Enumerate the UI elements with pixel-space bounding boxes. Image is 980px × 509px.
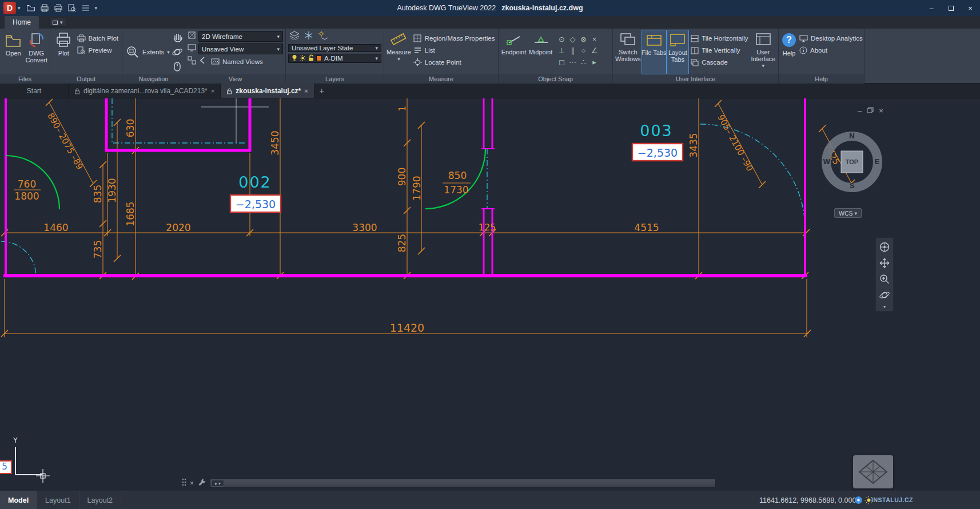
tab-home[interactable]: Home xyxy=(5,16,39,29)
user-interface-button[interactable]: User Interface ▾ xyxy=(750,30,776,74)
current-layer-combo[interactable]: A-DIM ▾ xyxy=(288,54,381,63)
viewcube[interactable]: N W E S TOP xyxy=(822,129,882,197)
mouse-icon[interactable] xyxy=(172,62,183,74)
pan-icon[interactable] xyxy=(172,31,183,45)
layer-properties-icon[interactable] xyxy=(289,31,300,42)
open-icon[interactable] xyxy=(26,3,35,13)
view-back-icon[interactable] xyxy=(198,56,207,67)
close-tab-icon[interactable]: × xyxy=(304,88,308,94)
osnap-mode-icon[interactable]: ⊗ xyxy=(578,33,589,45)
preview-icon[interactable] xyxy=(67,3,77,13)
drawing-restore-button[interactable] xyxy=(867,106,874,115)
close-tab-icon[interactable]: × xyxy=(211,88,214,94)
tile-horizontally-button[interactable]: Tile Horizontally xyxy=(689,33,750,43)
freeze-icon[interactable] xyxy=(304,31,313,42)
orbit-button[interactable] xyxy=(877,287,893,303)
measure-button[interactable]: Measure ▾ xyxy=(386,30,412,74)
zoom-extents-button[interactable]: Extents ▾ xyxy=(124,45,172,59)
qat-customize-chevron-icon[interactable]: ▾ xyxy=(95,5,98,11)
file-tab-start[interactable]: Start xyxy=(0,83,69,98)
view-manager-icon[interactable] xyxy=(188,56,196,67)
window-close-button[interactable]: × xyxy=(961,0,980,16)
endpoint-snap-button[interactable]: Endpoint xyxy=(500,30,527,74)
osnap-mode-icon[interactable]: ∴ xyxy=(578,56,589,67)
ribbon-display-control[interactable]: ▾ xyxy=(49,18,66,27)
about-button[interactable]: About xyxy=(798,45,865,55)
layer-color-swatch[interactable] xyxy=(316,55,322,61)
plot-icon[interactable] xyxy=(40,3,49,13)
zoom-icon xyxy=(879,273,890,285)
quick-access-toolbar: ▾ xyxy=(26,3,98,13)
wrench-icon[interactable] xyxy=(197,478,206,489)
help-button[interactable]: ? Help xyxy=(780,30,798,74)
osnap-mode-grid: ⊙◇⊗×⊥∥○∠◻⋯∴▸ xyxy=(556,30,600,74)
file-tab-zkouska[interactable]: zkouska-instaluj.cz* × xyxy=(221,83,314,98)
sun-layers-icon[interactable] xyxy=(318,31,328,42)
osnap-mode-icon[interactable]: × xyxy=(589,33,600,45)
viewcube-south[interactable]: S xyxy=(850,181,855,190)
osnap-mode-icon[interactable]: ∠ xyxy=(589,45,600,56)
tile-vertically-button[interactable]: Tile Vertically xyxy=(689,45,750,55)
batch-plot-icon[interactable] xyxy=(54,3,63,13)
osnap-mode-icon[interactable]: ⋯ xyxy=(567,56,578,67)
command-input[interactable]: ▸▾ xyxy=(210,479,716,488)
osnap-mode-icon[interactable]: ◇ xyxy=(567,33,578,45)
view-state-combo[interactable]: Unsaved View▾ xyxy=(198,43,283,54)
layer-state-combo[interactable]: Unsaved Layer State▾ xyxy=(288,44,381,52)
visual-style-combo[interactable]: 2D Wireframe▾ xyxy=(198,31,283,42)
layout-tabs-toggle[interactable]: Layout Tabs xyxy=(667,30,690,74)
drawing-minimize-button[interactable]: – xyxy=(858,106,862,115)
annotation-monitor-icon[interactable] xyxy=(854,496,863,504)
named-views-button[interactable]: Named Views xyxy=(209,57,265,67)
nav-wheel-icon xyxy=(879,241,890,253)
file-tab-acad213[interactable]: digitálne zamerani...rova vila_ACAD213* … xyxy=(69,83,221,98)
osnap-mode-icon[interactable]: ⊙ xyxy=(556,33,567,45)
open-button[interactable]: Open xyxy=(2,30,25,74)
bulb-icon[interactable] xyxy=(292,54,297,62)
window-minimize-button[interactable]: – xyxy=(922,0,941,16)
app-menu-chevron-icon[interactable]: ▾ xyxy=(18,5,21,11)
window-maximize-button[interactable] xyxy=(941,0,961,16)
recent-commands-button[interactable]: ▸▾ xyxy=(212,480,224,487)
navbar-more-chevron-icon[interactable]: ▾ xyxy=(883,303,886,310)
osnap-mode-icon[interactable]: ◻ xyxy=(556,56,567,67)
desktop-analytics-button[interactable]: Desktop Analytics xyxy=(798,33,865,43)
app-logo[interactable]: D xyxy=(3,2,16,14)
midpoint-snap-button[interactable]: Midpoint xyxy=(527,30,554,74)
locate-point-button[interactable]: Locate Point xyxy=(412,57,497,67)
osnap-mode-icon[interactable]: ○ xyxy=(578,45,589,56)
viewcube-north[interactable]: N xyxy=(849,132,854,140)
viewcube-east[interactable]: E xyxy=(875,157,880,166)
pan-button[interactable] xyxy=(877,255,893,271)
osnap-mode-icon[interactable]: ⊥ xyxy=(556,45,567,56)
tab-layout2[interactable]: Layout2 xyxy=(79,491,121,509)
sun-icon[interactable] xyxy=(300,55,306,62)
panel-label-help: Help xyxy=(779,74,864,83)
command-drag-handle[interactable] xyxy=(182,478,186,488)
osnap-mode-icon[interactable]: ▸ xyxy=(589,56,600,67)
cascade-button[interactable]: Cascade xyxy=(689,57,750,67)
properties-icon[interactable] xyxy=(81,3,90,13)
list-button[interactable]: List xyxy=(412,45,497,55)
plot-button[interactable]: Plot xyxy=(52,30,75,74)
coordinates-readout[interactable]: 11641.6612, 9968.5688, 0.0000 xyxy=(759,491,860,509)
dwg-convert-button[interactable]: DWG Convert xyxy=(25,30,48,74)
full-navigation-wheel-button[interactable] xyxy=(877,239,893,255)
command-close-icon[interactable]: × xyxy=(190,479,194,487)
batch-plot-button[interactable]: Batch Plot xyxy=(75,33,120,43)
chevron-down-icon: ▾ xyxy=(277,34,280,39)
osnap-mode-icon[interactable]: ∥ xyxy=(567,45,578,56)
viewcube-west[interactable]: W xyxy=(823,157,831,166)
preview-button[interactable]: Preview xyxy=(75,45,120,55)
file-tabs-toggle[interactable]: File Tabs xyxy=(642,30,667,74)
zoom-button[interactable] xyxy=(877,271,893,287)
region-mass-properties-button[interactable]: Region/Mass Properties xyxy=(412,33,497,43)
orbit-icon[interactable] xyxy=(172,46,183,60)
switch-windows-button[interactable]: Switch Windows xyxy=(615,30,642,74)
new-tab-button[interactable]: + xyxy=(314,83,329,98)
unlock-icon[interactable] xyxy=(308,54,314,62)
tab-model[interactable]: Model xyxy=(0,491,37,509)
drawing-close-button[interactable]: × xyxy=(879,106,883,115)
tab-layout1[interactable]: Layout1 xyxy=(37,491,79,509)
wcs-menu[interactable]: WCS▾ xyxy=(834,208,862,218)
